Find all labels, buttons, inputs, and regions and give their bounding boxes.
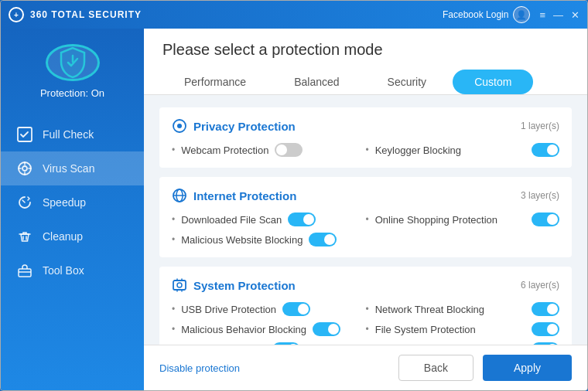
privacy-layers: 1 layer(s) <box>521 121 559 131</box>
registry-toggle[interactable] <box>272 342 300 345</box>
scan-file-saved-toggle[interactable] <box>532 342 559 345</box>
content-footer: Disable protection Back Apply <box>144 345 587 390</box>
network-threat-row: • Network Threat Blocking <box>366 302 560 316</box>
sidebar-nav: Full Check Virus Scan Speedup <box>1 117 144 287</box>
app-window: + 360 TOTAL SECURITY Facebook Login 👤 ≡ … <box>0 0 588 391</box>
keylogger-row: • Keylogger Blocking <box>366 143 560 157</box>
minimize-button[interactable]: — <box>553 9 563 21</box>
privacy-icon <box>172 118 187 134</box>
tab-performance[interactable]: Performance <box>162 70 268 94</box>
sidebar-item-virus-scan[interactable]: Virus Scan <box>1 151 144 185</box>
close-button[interactable]: ✕ <box>571 9 579 21</box>
sidebar-label-full-check: Full Check <box>43 128 94 141</box>
section-internet: Internet Protection 3 layer(s) • Downloa… <box>159 177 572 257</box>
svg-rect-8 <box>173 280 186 290</box>
sidebar-label-virus-scan: Virus Scan <box>43 162 94 175</box>
webcam-toggle[interactable] <box>275 143 303 157</box>
tab-balanced[interactable]: Balanced <box>272 70 361 94</box>
malicious-behavior-row: • Malicious Behavior Blocking <box>172 322 366 336</box>
internet-rows: • Downloaded File Scan • Online Shopping… <box>172 212 559 246</box>
sidebar-item-full-check[interactable]: Full Check <box>1 117 144 151</box>
tab-custom[interactable]: Custom <box>453 70 533 94</box>
disable-protection-link[interactable]: Disable protection <box>159 362 240 374</box>
avatar: 👤 <box>513 6 530 23</box>
svg-point-5 <box>177 124 182 128</box>
speedup-icon <box>16 194 33 211</box>
system-rows: • USB Drive Protection • Network Threat … <box>172 302 559 345</box>
apply-button[interactable]: Apply <box>483 355 572 381</box>
sidebar: Protection: On Full Check Virus Scan <box>1 29 144 390</box>
system-layers: 6 layer(s) <box>521 280 559 291</box>
section-internet-header: Internet Protection 3 layer(s) <box>172 188 559 203</box>
sidebar-label-toolbox: Tool Box <box>43 264 84 277</box>
tabs: Performance Balanced Security Custom <box>162 70 569 94</box>
sidebar-item-toolbox[interactable]: Tool Box <box>1 253 144 287</box>
menu-icon[interactable]: ≡ <box>539 9 545 21</box>
section-privacy-title: Privacy Protection <box>172 118 296 134</box>
protection-status: Protection: On <box>40 87 104 99</box>
online-shopping-row: • Online Shopping Protection <box>366 212 560 226</box>
section-privacy: Privacy Protection 1 layer(s) • Webcam P… <box>159 107 572 168</box>
file-system-row: • File System Protection <box>366 322 560 336</box>
usb-row: • USB Drive Protection <box>172 302 366 316</box>
network-threat-toggle[interactable] <box>532 302 559 316</box>
sidebar-label-cleanup: Cleanup <box>43 230 83 243</box>
malicious-behavior-toggle[interactable] <box>313 322 340 336</box>
section-internet-title: Internet Protection <box>172 188 296 203</box>
footer-buttons: Back Apply <box>398 355 572 381</box>
cleanup-icon <box>16 228 33 245</box>
version-label: 5.2.0.1042 <box>45 287 101 390</box>
title-bar-left: + 360 TOTAL SECURITY <box>9 7 142 22</box>
content-area: Please select a protection mode Performa… <box>144 29 587 390</box>
virus-scan-icon <box>16 160 33 177</box>
section-system-title: System Protection <box>172 277 296 293</box>
svg-point-2 <box>22 166 27 171</box>
tab-security[interactable]: Security <box>366 70 449 94</box>
main-layout: Protection: On Full Check Virus Scan <box>1 29 587 390</box>
internet-layers: 3 layer(s) <box>521 190 559 201</box>
malicious-website-toggle[interactable] <box>309 233 337 246</box>
section-system: System Protection 6 layer(s) • USB Drive… <box>159 267 572 345</box>
sidebar-item-cleanup[interactable]: Cleanup <box>1 219 144 253</box>
shield-icon-wrap <box>46 44 100 81</box>
toolbox-icon <box>16 262 33 279</box>
downloaded-file-row: • Downloaded File Scan <box>172 212 366 226</box>
malicious-website-row: • Malicious Website Blocking <box>172 233 366 246</box>
downloaded-file-toggle[interactable] <box>288 212 316 226</box>
system-icon <box>172 277 187 293</box>
svg-rect-3 <box>19 269 31 277</box>
sidebar-label-speedup: Speedup <box>43 196 86 209</box>
keylogger-toggle[interactable] <box>532 143 559 157</box>
shield-icon <box>58 46 87 79</box>
app-logo-icon: + <box>9 7 24 22</box>
content-header: Please select a protection mode Performa… <box>144 29 587 95</box>
internet-icon <box>172 188 187 203</box>
title-bar-right: Facebook Login 👤 ≡ — ✕ <box>443 6 579 23</box>
back-button[interactable]: Back <box>398 355 473 381</box>
window-controls: ≡ — ✕ <box>539 9 579 21</box>
section-privacy-header: Privacy Protection 1 layer(s) <box>172 118 559 134</box>
app-name: 360 TOTAL SECURITY <box>30 9 142 20</box>
privacy-rows: • Webcam Protection • Keylogger Blocking <box>172 143 559 157</box>
facebook-login[interactable]: Facebook Login 👤 <box>443 6 530 23</box>
section-system-header: System Protection 6 layer(s) <box>172 277 559 293</box>
svg-point-9 <box>177 283 182 287</box>
page-title: Please select a protection mode <box>162 41 569 59</box>
sidebar-item-speedup[interactable]: Speedup <box>1 185 144 219</box>
title-bar: + 360 TOTAL SECURITY Facebook Login 👤 ≡ … <box>1 1 587 29</box>
content-scroll: Privacy Protection 1 layer(s) • Webcam P… <box>144 95 587 345</box>
usb-toggle[interactable] <box>282 302 310 316</box>
webcam-row: • Webcam Protection <box>172 143 366 157</box>
online-shopping-toggle[interactable] <box>532 212 559 226</box>
full-check-icon <box>16 126 33 143</box>
file-system-toggle[interactable] <box>532 322 559 336</box>
